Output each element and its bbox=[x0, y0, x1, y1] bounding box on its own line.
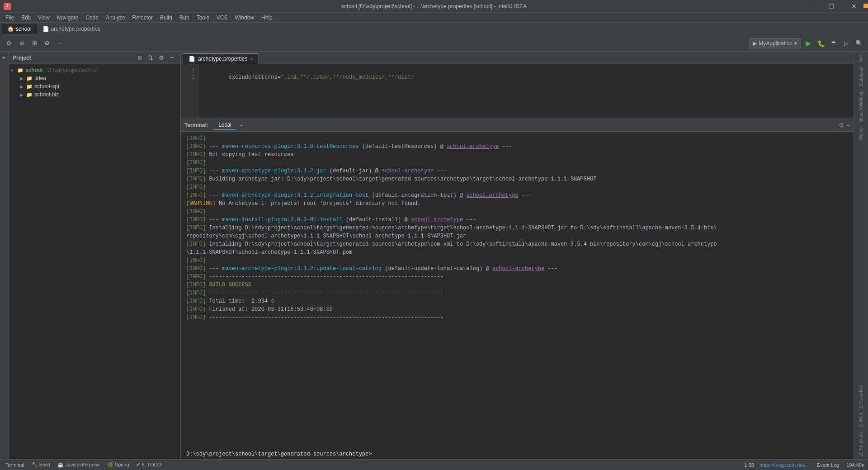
term-line-15: \1.1.1-SNAPSHOT\school-archetype-1.1.1-S… bbox=[186, 248, 848, 256]
debug-button[interactable]: 🐛 bbox=[816, 38, 826, 49]
editor-tabs: 📄 archetype.properties × bbox=[181, 52, 854, 64]
term-line-build-success: [INFO] BUILD SUCCESS bbox=[186, 281, 848, 289]
toolbar-settings[interactable]: ⚙ bbox=[42, 38, 52, 49]
tree-school-api[interactable]: ▶ 📁 school-api bbox=[9, 82, 180, 90]
status-bar: Terminal 🔨 Build ☕ Java Enterprise 🌿 Spr… bbox=[0, 459, 868, 470]
menu-item-window[interactable]: Window bbox=[231, 14, 258, 22]
menu-item-help[interactable]: Help bbox=[258, 14, 276, 22]
tree-idea[interactable]: ▶ 📁 .idea bbox=[9, 74, 180, 82]
term-line-13: repository\com\cgj\school-archetype\1.1.… bbox=[186, 232, 848, 240]
sidebar-arrange-btn[interactable]: ⇅ bbox=[146, 53, 155, 62]
status-event-log-btn[interactable]: Event Log bbox=[815, 462, 841, 468]
terminal-add-tab[interactable]: + bbox=[238, 121, 246, 129]
status-spring-btn[interactable]: 🌿 Spring bbox=[105, 462, 131, 468]
editor-area[interactable]: 1 2 excludePatterns=*.iml,**/.idea/,**/n… bbox=[181, 64, 854, 119]
term-line-11: [INFO] --- maven-install-plugin:3.0.0-M1… bbox=[186, 216, 848, 224]
school-api-folder-icon: 📁 bbox=[26, 83, 33, 90]
menu-item-view[interactable]: View bbox=[34, 14, 53, 22]
menu-item-refactor[interactable]: Refactor bbox=[129, 14, 156, 22]
editor-tab-close[interactable]: × bbox=[250, 57, 253, 62]
menu-item-tools[interactable]: Tools bbox=[193, 14, 213, 22]
school-tab-icon: 🏠 bbox=[7, 26, 14, 32]
maximize-button[interactable]: ❐ bbox=[821, 0, 842, 13]
school-biz-expand-arrow: ▶ bbox=[20, 92, 24, 97]
line-num-1: 1 bbox=[183, 68, 195, 74]
root-folder-icon: 📁 bbox=[17, 67, 24, 73]
menu-item-build[interactable]: Build bbox=[156, 14, 176, 22]
terminal-prompt[interactable]: D:\sdy\project\school\target\generated-s… bbox=[181, 449, 854, 459]
term-line-6: [INFO] Building archetype jar: D:\sdy\pr… bbox=[186, 175, 848, 183]
terminal-minimize-btn[interactable]: − bbox=[846, 122, 850, 129]
prompt-text: D:\sdy\project\school\target\generated-s… bbox=[186, 451, 372, 457]
tree-root[interactable]: ▾ 📁 school D:\sdy\project\school bbox=[9, 66, 180, 74]
left-sidebar-btn[interactable]: ▶ bbox=[0, 53, 9, 62]
status-todo-btn[interactable]: ✔ 6: TODO bbox=[134, 462, 163, 468]
archetype-tab-label: archetype.properties bbox=[51, 26, 100, 32]
term-line-21: [INFO] Finished at: 2020-03-31T16:53:48+… bbox=[186, 305, 848, 313]
editor-tab-icon: 📄 bbox=[189, 56, 195, 62]
project-tab-school[interactable]: 🏠 school bbox=[2, 24, 37, 34]
project-tab-archetype[interactable]: 📄 archetype.properties bbox=[37, 24, 106, 34]
terminal-tab-local[interactable]: Local bbox=[214, 120, 236, 130]
code-value-exclude: *.iml,**/.idea/,**/node_modules/,**/dist… bbox=[281, 74, 414, 81]
terminal-content[interactable]: [INFO] [INFO] --- maven-resources-plugin… bbox=[181, 132, 854, 449]
tree-school-biz[interactable]: ▶ 📁 school-biz bbox=[9, 90, 180, 99]
run-button[interactable]: ▶ bbox=[803, 38, 814, 49]
menu-item-code[interactable]: Code bbox=[82, 14, 102, 22]
status-encoding: 194:40n bbox=[846, 462, 864, 468]
run-config-icon: ▶ bbox=[753, 40, 757, 47]
menu-item-run[interactable]: Run bbox=[176, 14, 193, 22]
run-config-selector[interactable]: ▶ MyApplication ▾ bbox=[749, 38, 801, 48]
menu-item-navigate[interactable]: Navigate bbox=[53, 14, 82, 22]
title-bar: J school [D:\sdy\project\school] - ...\a… bbox=[0, 0, 868, 13]
right-sidebar-bean[interactable]: Bean Validation bbox=[859, 89, 863, 123]
term-line-17: [INFO] --- maven-archetype-plugin:3.1.2:… bbox=[186, 265, 848, 273]
coverage-button[interactable]: ☂ bbox=[828, 38, 839, 49]
right-sidebar-database[interactable]: Database bbox=[859, 65, 863, 88]
status-url[interactable]: https://blog.csdn.net/... bbox=[760, 462, 810, 468]
minimize-button[interactable]: — bbox=[798, 0, 819, 13]
term-line-5: [INFO] --- maven-archetype-plugin:3.1.2:… bbox=[186, 167, 848, 175]
status-terminal-btn[interactable]: Terminal bbox=[4, 462, 26, 468]
project-tabs: 🏠 school 📄 archetype.properties bbox=[0, 23, 868, 35]
right-sidebar-favorites[interactable]: 2: Favorites bbox=[859, 383, 863, 410]
right-sidebar-web[interactable]: 1: Web bbox=[859, 411, 863, 429]
line-num-2: 2 bbox=[183, 74, 195, 81]
term-line-7: [INFO] bbox=[186, 183, 848, 191]
toolbar-btn-3[interactable]: ⊞ bbox=[29, 38, 40, 49]
editor-tab-archetype[interactable]: 📄 archetype.properties × bbox=[183, 53, 259, 64]
toolbar-minimize[interactable]: − bbox=[54, 38, 65, 49]
term-line-3: [INFO] Not copying test resources bbox=[186, 151, 848, 159]
left-thin-sidebar: ▶ bbox=[0, 52, 9, 459]
toolbar-btn-1[interactable]: ⟳ bbox=[4, 38, 14, 49]
sidebar-title: Project bbox=[13, 55, 72, 61]
file-tree: ▾ 📁 school D:\sdy\project\school ▶ 📁 .id… bbox=[9, 64, 180, 459]
search-button[interactable]: 🔍 bbox=[854, 38, 864, 49]
status-position: 1:58 bbox=[745, 462, 754, 468]
code-content[interactable]: excludePatterns=*.iml,**/.idea/,**/node_… bbox=[199, 64, 854, 119]
terminal-area: Terminal: Local + ⚙ − [INFO] [INFO] --- … bbox=[181, 119, 854, 459]
app-icon: J bbox=[4, 3, 11, 10]
status-build-btn[interactable]: 🔨 Build bbox=[30, 462, 52, 468]
sidebar-minimize-btn[interactable]: − bbox=[168, 53, 177, 62]
sidebar-settings-btn[interactable]: ⚙ bbox=[157, 53, 166, 62]
menu-item-analyze[interactable]: Analyze bbox=[102, 14, 129, 22]
sidebar-add-btn[interactable]: ⊕ bbox=[135, 53, 144, 62]
editor-tab-label: archetype.properties bbox=[198, 56, 247, 62]
right-sidebar-maven[interactable]: Maven bbox=[859, 124, 863, 142]
menu-item-file[interactable]: File bbox=[2, 14, 18, 22]
menu-item-edit[interactable]: Edit bbox=[18, 14, 34, 22]
run-config-name: MyApplication bbox=[759, 40, 793, 47]
run-task-button[interactable]: ▷ bbox=[841, 38, 852, 49]
right-sidebar-structure[interactable]: Z: Structure bbox=[859, 430, 863, 457]
close-button[interactable]: ✕ bbox=[844, 0, 864, 13]
terminal-settings-btn[interactable]: ⚙ bbox=[839, 122, 844, 129]
school-api-label: school-api bbox=[34, 83, 59, 90]
terminal-label: Terminal: bbox=[184, 122, 208, 128]
right-sidebar-ant[interactable]: Ant bbox=[859, 53, 863, 64]
root-path: D:\sdy\project\school bbox=[47, 67, 98, 73]
status-java-enterprise-btn[interactable]: ☕ Java Enterprise bbox=[56, 462, 102, 468]
toolbar-btn-2[interactable]: ⊕ bbox=[16, 38, 27, 49]
window-controls: — ❐ ✕ bbox=[798, 0, 864, 13]
menu-item-vcs[interactable]: VCS bbox=[213, 14, 231, 22]
